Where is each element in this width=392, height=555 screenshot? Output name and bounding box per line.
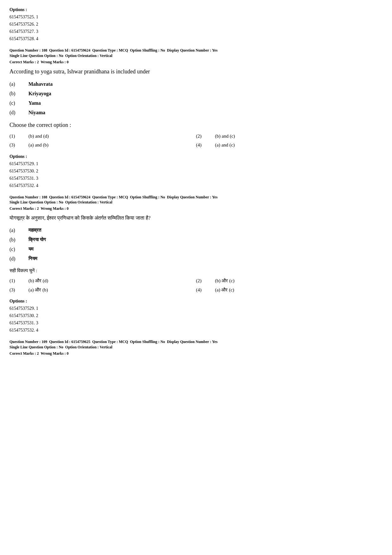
question-meta-108-hi: Question Number : 108 Question Id : 6154…	[9, 195, 383, 205]
choice-row: (1) (b) और (d)	[9, 277, 196, 284]
choice-text: (b) और (d)	[28, 277, 48, 284]
options-label-108-en: Options :	[9, 153, 383, 160]
option-text-b: Kriyayoga	[28, 90, 51, 97]
options-label-108-hi: Options :	[9, 298, 383, 304]
choice-num: (3)	[9, 141, 28, 149]
option-item: 61547537527. 3	[9, 28, 383, 35]
option-label-d: (d)	[9, 109, 28, 116]
option-item: 61547537531. 3	[9, 175, 383, 182]
choice-row: (2) (b) and (c)	[196, 133, 383, 140]
option-item: 61547537532. 4	[9, 327, 383, 334]
answer-options-108-hi: (a) महाव्रत (b) क्रिया योग (c) यम (d) नि…	[9, 227, 383, 263]
option-item: 61547537530. 2	[9, 312, 383, 319]
option-label-a-hi: (a)	[9, 227, 28, 234]
option-item: 61547537526. 2	[9, 21, 383, 28]
choice-num: (4)	[196, 141, 215, 149]
choice-row: (3) (a) और (b)	[9, 286, 196, 294]
option-text-d-hi: नियम	[28, 255, 37, 263]
option-label-a: (a)	[9, 80, 28, 88]
choice-num: (1)	[9, 133, 28, 140]
choice-text: (a) and (b)	[28, 141, 48, 149]
choice-text: (a) and (c)	[215, 141, 235, 149]
correct-marks-108-en: Correct Marks : 2 Wrong Marks : 0	[9, 59, 383, 65]
choice-text: (a) और (c)	[215, 286, 234, 294]
choice-text: (b) and (c)	[215, 133, 235, 140]
correct-marks-108-hi: Correct Marks : 2 Wrong Marks : 0	[9, 206, 383, 211]
answer-option-row: (d) Niyama	[9, 109, 383, 116]
answer-option-row: (c) यम	[9, 246, 383, 253]
option-item: 61547537525. 1	[9, 14, 383, 20]
choice-num: (1)	[9, 277, 28, 284]
answer-option-row: (c) Yama	[9, 99, 383, 107]
option-item: 61547537529. 1	[9, 305, 383, 312]
choice-grid-108-en: (1) (b) and (d) (2) (b) and (c) (3) (a) …	[9, 133, 383, 149]
question-108-english: Question Number : 108 Question Id : 6154…	[9, 48, 383, 189]
answer-option-row: (a) महाव्रत	[9, 227, 383, 234]
answer-options-108-en: (a) Mahavrata (b) Kriyayoga (c) Yama (d)…	[9, 80, 383, 116]
choose-label-108-en: Choose the correct option :	[9, 121, 383, 129]
choice-text: (b) और (c)	[215, 277, 235, 284]
question-meta-108-en: Question Number : 108 Question Id : 6154…	[9, 48, 383, 59]
choice-grid-108-hi: (1) (b) और (d) (2) (b) और (c) (3) (a) और…	[9, 277, 383, 293]
choice-row: (4) (a) and (c)	[196, 141, 383, 149]
answer-option-row: (b) Kriyayoga	[9, 90, 383, 97]
choice-row: (3) (a) and (b)	[9, 141, 196, 149]
correct-marks-109: Correct Marks : 2 Wrong Marks : 0	[9, 351, 383, 356]
choice-num: (2)	[196, 133, 215, 140]
option-text-a-hi: महाव्रत	[28, 227, 41, 234]
option-text-a: Mahavrata	[28, 80, 52, 88]
options-label-prev: Options :	[9, 6, 383, 13]
answer-option-row: (b) क्रिया योग	[9, 236, 383, 244]
question-108-hindi: Question Number : 108 Question Id : 6154…	[9, 195, 383, 334]
answer-option-row: (a) Mahavrata	[9, 80, 383, 88]
option-item: 61547537532. 4	[9, 182, 383, 189]
option-label-b-hi: (b)	[9, 236, 28, 244]
choice-row: (2) (b) और (c)	[196, 277, 383, 284]
option-item: 61547537531. 3	[9, 320, 383, 326]
choice-row: (1) (b) and (d)	[9, 133, 196, 140]
option-text-c: Yama	[28, 99, 41, 107]
prev-options-section: Options : 61547537525. 1 61547537526. 2 …	[9, 6, 383, 42]
option-item: 61547537530. 2	[9, 168, 383, 174]
answer-option-row: (d) नियम	[9, 255, 383, 263]
choice-num: (2)	[196, 277, 215, 284]
option-text-d: Niyama	[28, 109, 45, 116]
choice-row: (4) (a) और (c)	[196, 286, 383, 294]
option-label-c: (c)	[9, 99, 28, 107]
question-109-meta: Question Number : 109 Question Id : 6154…	[9, 339, 383, 356]
option-text-b-hi: क्रिया योग	[28, 236, 46, 244]
option-item: 61547537528. 4	[9, 35, 383, 42]
option-label-c-hi: (c)	[9, 246, 28, 253]
choice-text: (b) and (d)	[28, 133, 49, 140]
option-text-c-hi: यम	[28, 246, 34, 253]
choice-text: (a) और (b)	[28, 286, 48, 294]
choice-num: (4)	[196, 286, 215, 294]
question-text-108-en: According to yoga sutra, Ishwar pranidha…	[9, 67, 383, 76]
option-label-d-hi: (d)	[9, 255, 28, 263]
choice-num: (3)	[9, 286, 28, 294]
choose-label-108-hi: सही विकल्प चुनें :	[9, 267, 383, 274]
question-meta-109: Question Number : 109 Question Id : 6154…	[9, 339, 383, 350]
option-label-b: (b)	[9, 90, 28, 97]
question-text-108-hi: योगसूत्र के अनुसार, ईश्वर प्रणिधान को कि…	[9, 214, 383, 222]
option-item: 61547537529. 1	[9, 160, 383, 167]
